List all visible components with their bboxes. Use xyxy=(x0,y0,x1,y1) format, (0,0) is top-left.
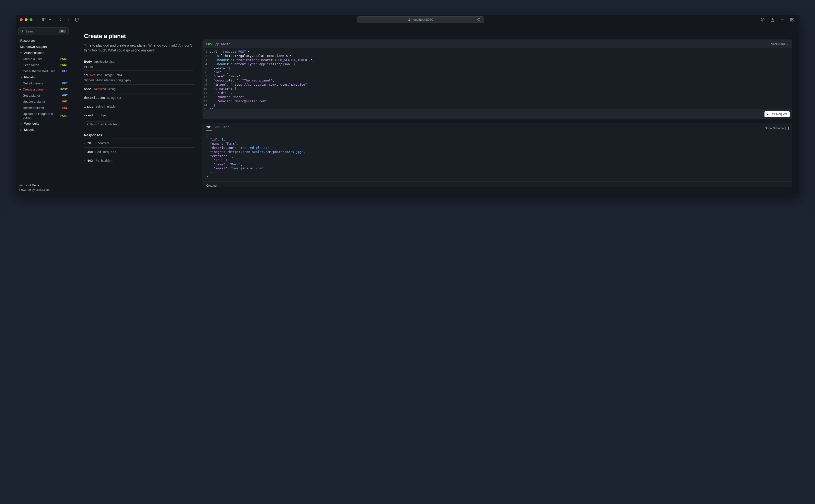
url-bar[interactable]: localhost:8080 xyxy=(357,16,484,23)
response-tab[interactable]: 403 xyxy=(224,125,229,131)
traffic-lights xyxy=(20,18,32,21)
method-badge: GET xyxy=(62,94,68,97)
sidebar-item[interactable]: Create a userPOST xyxy=(18,56,69,62)
shield-icon[interactable] xyxy=(73,16,80,23)
response-code: 403 xyxy=(87,159,93,162)
param-row: creator object xyxy=(84,111,194,120)
chevron-down-icon xyxy=(787,43,789,45)
param-type: object xyxy=(100,114,108,117)
powered-by: Powered by scalar.com xyxy=(19,188,68,192)
param-row: description string | null xyxy=(84,93,194,102)
sidebar-item[interactable]: Delete a planetDEL xyxy=(18,105,69,111)
param-name: creator xyxy=(84,113,97,117)
sidebar-item-label: Get authenticated user xyxy=(23,69,55,73)
sidebar-item[interactable]: Get authenticated userGET xyxy=(18,68,69,74)
sidebar-group[interactable]: Webhooks xyxy=(18,121,69,127)
svg-rect-5 xyxy=(792,18,793,20)
maximize-window-button[interactable] xyxy=(30,18,32,21)
method-badge: POST xyxy=(61,114,68,117)
param-row: name Required string xyxy=(84,84,194,93)
response-json[interactable]: { "id": 1, "name": "Mars", "description"… xyxy=(203,131,792,181)
sidebar-group-label: Models xyxy=(24,128,34,131)
language-label: Shell cURL xyxy=(771,42,786,46)
response-message: Created xyxy=(95,141,109,145)
sidebar-item-label: Get all planets xyxy=(23,81,43,85)
checkbox-icon xyxy=(785,127,789,130)
body-content-type: application/json xyxy=(94,60,116,63)
response-status: Created xyxy=(203,181,792,187)
sidebar-item[interactable]: Get a tokenPOST xyxy=(18,62,69,68)
tab-overview-icon[interactable] xyxy=(788,16,795,23)
response-row[interactable]: › 403 Forbidden xyxy=(84,156,194,165)
param-row: image string | nullable xyxy=(84,102,194,111)
response-row[interactable]: › 400 Bad Request xyxy=(84,147,194,156)
language-selector[interactable]: Shell cURL xyxy=(771,42,789,46)
param-description: Signed 64-bit integers (long type). xyxy=(84,78,194,82)
param-name: name xyxy=(84,87,92,91)
nav-list: ResourcesMarkdown SupportAuthenticationC… xyxy=(18,38,69,182)
code-block[interactable]: 1curl --request POST \2 --url https://ga… xyxy=(203,48,792,109)
search-input[interactable]: Search ⌘L xyxy=(18,27,69,35)
show-child-attributes-button[interactable]: + Show Child Attributes xyxy=(84,121,120,127)
param-row: id Required integer · int64 Signed 64-bi… xyxy=(84,71,194,84)
sun-icon xyxy=(19,184,23,187)
svg-rect-0 xyxy=(42,18,46,21)
minimize-window-button[interactable] xyxy=(25,18,28,21)
method-badge: POST xyxy=(61,88,68,91)
sidebar-group[interactable]: Models xyxy=(18,127,69,133)
response-row[interactable]: › 201 Created xyxy=(84,139,194,147)
plus-icon: + xyxy=(87,123,88,126)
sidebar-toggle-icon[interactable] xyxy=(41,16,48,23)
show-schema-label: Show Schema xyxy=(765,127,784,130)
method-badge: POST xyxy=(61,58,68,60)
url-text: localhost:8080 xyxy=(413,18,433,21)
sidebar-item-label: Delete a planet xyxy=(23,106,44,110)
search-icon xyxy=(20,30,23,33)
new-tab-icon[interactable] xyxy=(779,16,785,23)
light-mode-label: Light Mode xyxy=(25,184,39,187)
response-message: Forbidden xyxy=(95,159,112,162)
chevron-down-icon[interactable] xyxy=(48,16,52,23)
search-placeholder: Search xyxy=(25,30,35,33)
main-content: Create a planet Time to play god and cre… xyxy=(71,25,799,194)
sidebar-item[interactable]: Get all planetsGET xyxy=(18,80,69,86)
test-request-button[interactable]: ▶ Test Request xyxy=(764,111,790,117)
sidebar-group[interactable]: Planets xyxy=(18,74,69,80)
nav-forward-button[interactable] xyxy=(65,16,71,23)
response-code: 400 xyxy=(87,150,93,154)
close-window-button[interactable] xyxy=(20,18,23,21)
child-attrs-label: Show Child Attributes xyxy=(89,123,117,126)
light-mode-toggle[interactable]: Light Mode xyxy=(19,184,68,188)
reload-icon[interactable] xyxy=(475,16,482,23)
sidebar-item-label: Create a planet xyxy=(23,88,44,91)
response-tab[interactable]: 201 xyxy=(206,125,212,131)
responses-heading: Responses xyxy=(84,133,194,139)
param-required: Required xyxy=(90,73,102,77)
sidebar-item[interactable]: Update a planetPUT xyxy=(18,99,69,105)
param-list: id Required integer · int64 Signed 64-bi… xyxy=(84,71,194,120)
request-panel-footer: ▶ Test Request xyxy=(203,109,792,119)
response-panel: 201400403 Show Schema { "id": 1, "name":… xyxy=(203,123,792,187)
sidebar-item[interactable]: Upload an image to a planetPOST xyxy=(18,111,69,121)
sidebar-group[interactable]: Authentication xyxy=(18,50,69,56)
sidebar-item-label: Markdown Support xyxy=(20,45,47,49)
share-icon[interactable] xyxy=(769,16,776,23)
show-schema-toggle[interactable]: Show Schema xyxy=(765,127,789,130)
sidebar-item[interactable]: Markdown Support xyxy=(18,44,69,50)
chevron-right-icon: › xyxy=(84,159,85,162)
sidebar-group-label: Webhooks xyxy=(24,122,39,125)
response-tab[interactable]: 400 xyxy=(215,125,220,131)
sidebar-item[interactable]: Resources xyxy=(18,38,69,44)
sidebar-item-label: Update a planet xyxy=(23,100,45,103)
play-icon: ▶ xyxy=(767,113,769,115)
param-name: id xyxy=(84,73,88,77)
response-message: Bad Request xyxy=(95,150,116,154)
sidebar-item[interactable]: Create a planetPOST xyxy=(18,86,69,92)
nav-back-button[interactable] xyxy=(57,16,64,23)
svg-rect-6 xyxy=(790,20,792,21)
method-badge: DEL xyxy=(62,106,68,109)
svg-rect-2 xyxy=(408,20,410,21)
param-type: string xyxy=(108,87,115,91)
sidebar-item[interactable]: Get a planetGET xyxy=(18,92,69,99)
downloads-icon[interactable] xyxy=(759,16,766,23)
